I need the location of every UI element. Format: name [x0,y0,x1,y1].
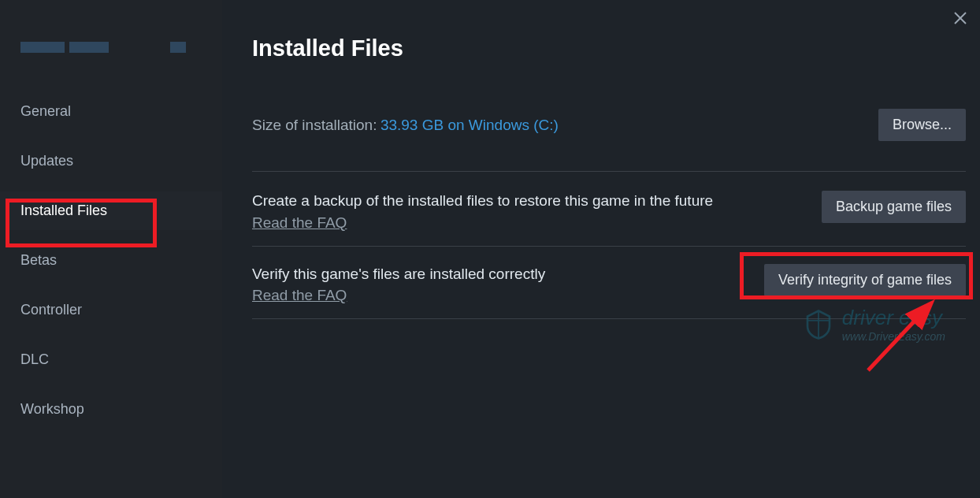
sidebar-item-betas[interactable]: Betas [0,241,222,280]
browse-button[interactable]: Browse... [878,109,966,141]
sidebar-item-updates[interactable]: Updates [0,142,222,180]
sidebar-item-installed-files[interactable]: Installed Files [0,191,222,230]
installation-size-row: Size of installation: 33.93 GB on Window… [252,109,966,172]
sidebar-header [0,16,222,92]
verify-button[interactable]: Verify integrity of game files [764,264,966,296]
backup-button[interactable]: Backup game files [822,191,966,223]
verify-section: Verify this game's files are installed c… [252,264,966,320]
page-title: Installed Files [252,35,966,61]
main-content: Installed Files Size of installation: 33… [222,0,980,498]
backup-description: Create a backup of the installed files t… [252,191,713,211]
placeholder-bar [69,42,109,53]
watermark-url: www.DriverEasy.com [842,330,945,343]
verify-faq-link[interactable]: Read the FAQ [252,287,347,304]
placeholder-bar [20,42,65,53]
sidebar: General Updates Installed Files Betas Co… [0,0,222,498]
backup-section: Create a backup of the installed files t… [252,191,966,247]
sidebar-item-dlc[interactable]: DLC [0,340,222,379]
backup-faq-link[interactable]: Read the FAQ [252,214,347,232]
sidebar-item-controller[interactable]: Controller [0,291,222,329]
close-button[interactable] [952,9,969,27]
placeholder-bar [170,42,186,53]
sidebar-item-general[interactable]: General [0,92,222,131]
installation-size-value: 33.93 GB on Windows (C:) [380,117,559,133]
close-icon [954,12,967,24]
installation-size-label: Size of installation: [252,117,377,133]
verify-description: Verify this game's files are installed c… [252,264,545,284]
sidebar-item-workshop[interactable]: Workshop [0,390,222,429]
